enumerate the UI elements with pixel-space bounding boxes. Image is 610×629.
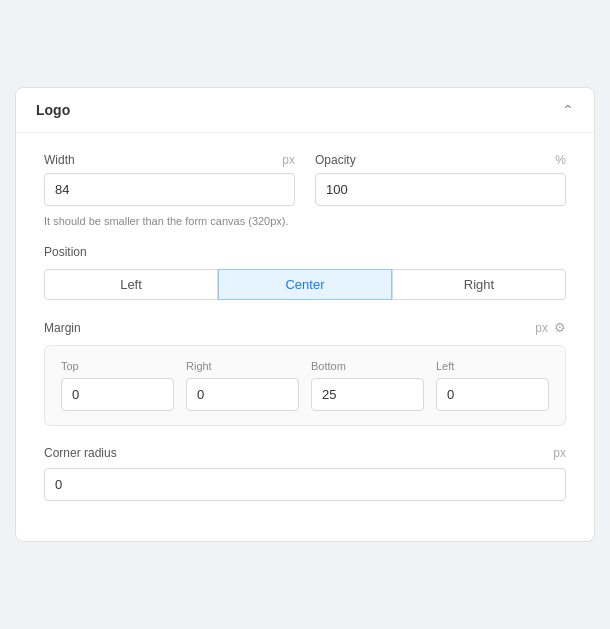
panel-header: Logo ⌃ <box>16 88 594 133</box>
position-buttons: Left Center Right <box>44 269 566 300</box>
opacity-unit: % <box>555 153 566 167</box>
margin-box: Top Right Bottom Left <box>44 345 566 426</box>
corner-radius-label: Corner radius <box>44 446 117 460</box>
position-right-button[interactable]: Right <box>392 269 566 300</box>
panel-title: Logo <box>36 102 70 118</box>
corner-radius-header: Corner radius px <box>44 446 566 460</box>
hint-text: It should be smaller than the form canva… <box>44 214 566 229</box>
gear-icon[interactable]: ⚙ <box>554 320 566 335</box>
margin-bottom-label: Bottom <box>311 360 424 372</box>
margin-right-field: Right <box>186 360 299 411</box>
opacity-label: Opacity <box>315 153 356 167</box>
margin-fields: Top Right Bottom Left <box>61 360 549 411</box>
margin-unit-row: px ⚙ <box>535 320 566 335</box>
position-label: Position <box>44 245 566 259</box>
opacity-label-row: Opacity % <box>315 153 566 167</box>
width-unit: px <box>282 153 295 167</box>
position-center-button[interactable]: Center <box>218 269 392 300</box>
corner-radius-section: Corner radius px <box>44 446 566 501</box>
corner-radius-input[interactable] <box>44 468 566 501</box>
margin-left-input[interactable] <box>436 378 549 411</box>
margin-top-label: Top <box>61 360 174 372</box>
margin-right-input[interactable] <box>186 378 299 411</box>
width-label: Width <box>44 153 75 167</box>
opacity-field-group: Opacity % <box>315 153 566 206</box>
width-field-group: Width px <box>44 153 295 206</box>
corner-radius-unit: px <box>553 446 566 460</box>
margin-top-input[interactable] <box>61 378 174 411</box>
margin-unit: px <box>535 321 548 335</box>
margin-left-label: Left <box>436 360 549 372</box>
margin-right-label: Right <box>186 360 299 372</box>
margin-label: Margin <box>44 321 81 335</box>
width-opacity-row: Width px Opacity % <box>44 153 566 206</box>
margin-section: Margin px ⚙ Top Right <box>44 320 566 426</box>
margin-bottom-input[interactable] <box>311 378 424 411</box>
position-left-button[interactable]: Left <box>44 269 218 300</box>
margin-bottom-field: Bottom <box>311 360 424 411</box>
panel-body: Width px Opacity % It should be smaller … <box>16 133 594 521</box>
logo-panel: Logo ⌃ Width px Opacity % It should be s… <box>15 87 595 542</box>
opacity-input[interactable] <box>315 173 566 206</box>
margin-header: Margin px ⚙ <box>44 320 566 335</box>
margin-top-field: Top <box>61 360 174 411</box>
chevron-up-icon[interactable]: ⌃ <box>562 102 574 118</box>
margin-left-field: Left <box>436 360 549 411</box>
width-label-row: Width px <box>44 153 295 167</box>
width-input[interactable] <box>44 173 295 206</box>
